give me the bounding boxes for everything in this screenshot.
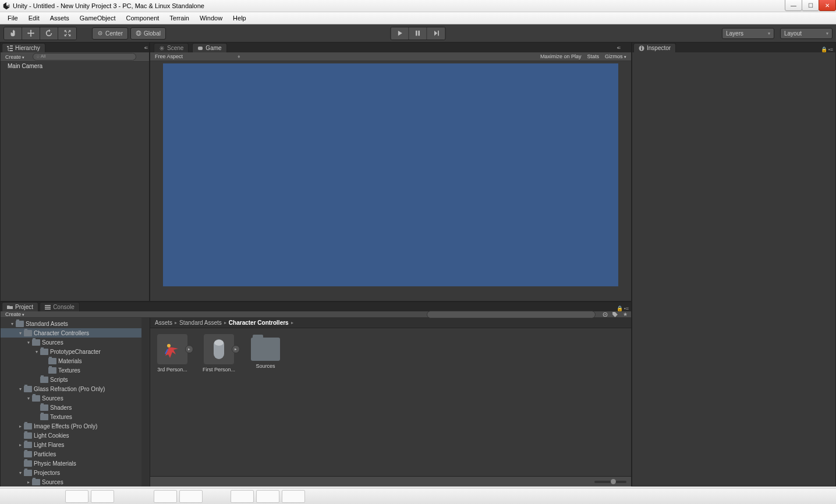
tree-item-label: Particles <box>34 451 56 457</box>
panel-options-icon[interactable]: ▪≡ <box>144 45 147 51</box>
move-tool[interactable] <box>22 27 40 40</box>
tree-toggle-icon[interactable]: ▸ <box>25 480 32 485</box>
menu-component[interactable]: Component <box>121 13 164 23</box>
tree-item[interactable]: Textures <box>1 412 150 421</box>
asset-item[interactable]: ▸3rd Person... <box>156 334 189 372</box>
taskbar-item[interactable] <box>179 490 203 503</box>
tree-toggle-icon[interactable]: ▸ <box>17 424 24 429</box>
tree-item[interactable]: ▸Sources <box>1 477 150 487</box>
breadcrumb-assets[interactable]: Assets <box>155 320 172 326</box>
pivot-label: Center <box>105 30 123 37</box>
tree-item[interactable]: Scripts <box>1 375 150 384</box>
inspector-tab[interactable]: Inspector <box>633 43 676 52</box>
tree-item[interactable]: ▾Character Controllers <box>1 328 150 338</box>
panel-options-icon[interactable]: ▪≡ <box>828 47 833 52</box>
panel-options-icon[interactable]: ▪≡ <box>617 45 619 51</box>
tree-toggle-icon[interactable]: ▾ <box>25 340 32 345</box>
tree-toggle-icon[interactable]: ▾ <box>33 349 40 354</box>
space-toggle[interactable]: Global <box>130 27 166 40</box>
tree-item[interactable]: ▾PrototypeCharacter <box>1 347 150 356</box>
tree-item[interactable]: Shaders <box>1 403 150 412</box>
console-tab[interactable]: Console <box>40 302 80 311</box>
taskbar-item[interactable] <box>91 490 114 503</box>
tree-item[interactable]: Physic Materials <box>1 459 150 468</box>
menu-help[interactable]: Help <box>228 13 251 23</box>
filter-label-icon[interactable] <box>611 311 619 318</box>
step-button[interactable] <box>427 27 445 40</box>
aspect-dropdown[interactable]: Free Aspect <box>155 54 183 59</box>
pause-button[interactable] <box>409 27 427 40</box>
maximize-on-play-toggle[interactable]: Maximize on Play <box>540 54 582 59</box>
tree-item[interactable]: Light Cookies <box>1 431 150 440</box>
close-button[interactable]: ✕ <box>819 0 836 11</box>
tree-item[interactable]: ▾Sources <box>1 393 150 403</box>
svg-point-27 <box>214 340 224 346</box>
hierarchy-item-main-camera[interactable]: Main Camera <box>1 62 149 70</box>
tree-item[interactable]: ▾Projectors <box>1 468 150 477</box>
unity-icon <box>2 2 10 10</box>
rotate-tool[interactable] <box>40 27 58 40</box>
tree-toggle-icon[interactable]: ▾ <box>9 321 16 326</box>
play-button[interactable] <box>391 27 409 40</box>
scale-tool[interactable] <box>58 27 76 40</box>
game-viewport[interactable] <box>163 63 618 286</box>
menu-terrain[interactable]: Terrain <box>164 13 194 23</box>
lock-icon[interactable]: 🔒 <box>821 47 827 52</box>
tree-item[interactable]: Materials <box>1 356 150 365</box>
tree-toggle-icon[interactable]: ▸ <box>17 442 24 448</box>
tree-item[interactable]: ▾Glass Refraction (Pro Only) <box>1 384 150 393</box>
transform-tool-group <box>3 27 77 40</box>
scene-tab[interactable]: Scene <box>154 43 189 52</box>
tree-item[interactable]: ▸Light Flares <box>1 440 150 449</box>
play-icon[interactable]: ▸ <box>232 345 240 353</box>
tree-toggle-icon[interactable]: ▾ <box>25 396 32 401</box>
layers-dropdown[interactable]: Layers <box>722 28 774 39</box>
save-search-icon[interactable]: ★ <box>621 311 629 318</box>
layout-dropdown[interactable]: Layout <box>780 28 833 39</box>
breadcrumb-current[interactable]: Character Controllers <box>229 320 289 326</box>
pivot-toggle[interactable]: Center <box>92 27 128 40</box>
project-search-input[interactable] <box>427 311 596 318</box>
menu-assets[interactable]: Assets <box>45 13 75 23</box>
tree-toggle-icon[interactable]: ▾ <box>17 470 24 475</box>
breadcrumb-standard-assets[interactable]: Standard Assets <box>179 320 222 326</box>
menu-window[interactable]: Window <box>194 13 228 23</box>
play-icon[interactable]: ▸ <box>185 345 193 353</box>
start-button[interactable] <box>3 488 26 504</box>
taskbar-item[interactable] <box>256 490 279 503</box>
tree-item[interactable]: ▾Sources <box>1 338 150 347</box>
project-create-button[interactable]: Create <box>3 311 27 317</box>
maximize-button[interactable]: ☐ <box>802 0 819 11</box>
thumbnail-size-slider[interactable] <box>594 481 626 483</box>
menu-gameobject[interactable]: GameObject <box>75 13 121 23</box>
tree-item-label: Image Effects (Pro Only) <box>34 423 97 430</box>
hand-tool[interactable] <box>4 27 22 40</box>
tree-item[interactable]: Particles <box>1 449 150 459</box>
menu-edit[interactable]: Edit <box>23 13 45 23</box>
project-tree[interactable]: ▾Standard Assets▾Character Controllers▾S… <box>1 318 150 487</box>
tree-item[interactable]: ▾Standard Assets <box>1 319 150 328</box>
tree-item[interactable]: ▸Image Effects (Pro Only) <box>1 421 150 431</box>
taskbar-item[interactable] <box>282 490 305 503</box>
svg-point-5 <box>136 31 141 36</box>
project-tab[interactable]: Project <box>2 302 38 311</box>
stats-toggle[interactable]: Stats <box>587 54 599 59</box>
tree-toggle-icon[interactable]: ▾ <box>17 331 24 336</box>
asset-item[interactable]: Sources <box>249 334 282 369</box>
game-tab[interactable]: Game <box>192 43 226 52</box>
hierarchy-create-button[interactable]: Create <box>3 54 27 60</box>
tree-toggle-icon[interactable]: ▾ <box>17 386 24 392</box>
taskbar-item[interactable] <box>154 490 177 503</box>
minimize-button[interactable]: — <box>785 0 802 11</box>
taskbar-item[interactable] <box>65 490 88 503</box>
hierarchy-search-input[interactable]: ⌕ All <box>33 53 136 61</box>
scrollbar[interactable] <box>141 318 150 487</box>
hierarchy-tab[interactable]: Hierarchy <box>2 43 45 52</box>
tree-item[interactable]: Textures <box>1 365 150 375</box>
taskbar-item[interactable] <box>231 490 254 503</box>
asset-item[interactable]: ▸First Person... <box>203 334 235 372</box>
menu-file[interactable]: File <box>2 13 23 23</box>
chevron-down-icon: ▾ <box>624 55 626 59</box>
filter-type-icon[interactable] <box>601 311 609 318</box>
gizmos-dropdown[interactable]: Gizmos ▾ <box>605 54 626 59</box>
